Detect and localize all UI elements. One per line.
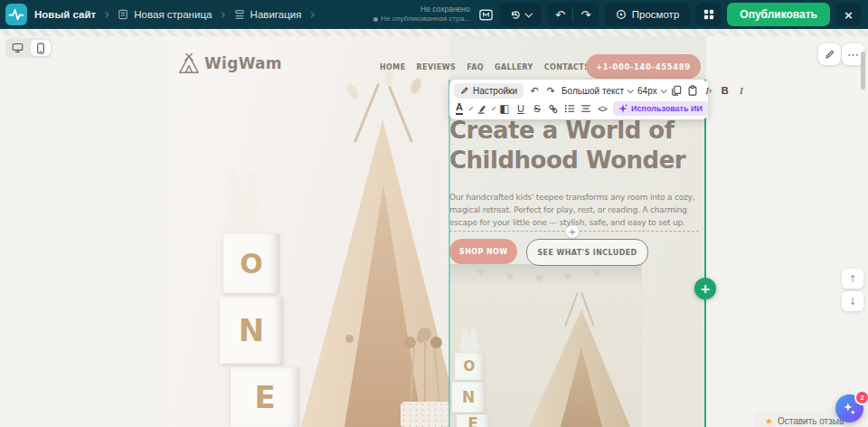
paste-button[interactable] [687, 85, 698, 96]
add-block-button[interactable]: + [694, 278, 716, 299]
desktop-view-button[interactable] [7, 40, 27, 56]
font-size-dropdown[interactable]: 64px [637, 86, 665, 96]
breadcrumb-navigation-label: Навигация [250, 9, 302, 20]
redo-button[interactable]: ↷ [573, 3, 599, 26]
strikethrough-button[interactable]: S [532, 103, 542, 114]
clipboard-icon [687, 85, 698, 96]
hero-heading[interactable]: Create a World of Childhood Wonder [449, 116, 706, 176]
close-button[interactable]: × [836, 3, 861, 26]
code-button[interactable]: <> [597, 104, 608, 114]
whats-included-button[interactable]: SEE WHAT'S INCLUDED [526, 239, 647, 266]
link-button[interactable] [548, 103, 559, 115]
shop-now-button[interactable]: SHOP NOW [449, 239, 517, 264]
nav-link-gallery[interactable]: GALLERY [495, 63, 533, 71]
settings-button[interactable]: Настройки [454, 83, 524, 99]
feedback-label: Оставить отзыв [778, 416, 844, 426]
chevron-down-icon [660, 87, 666, 93]
list-icon [564, 103, 575, 114]
teepee-logo-icon [178, 52, 200, 74]
text-color-icon: A [456, 102, 463, 115]
stack-icon [234, 9, 245, 20]
apps-grid-icon [703, 9, 714, 20]
nav-link-faq[interactable]: FAQ [467, 63, 484, 71]
align-button[interactable] [580, 103, 591, 114]
block-boundary-line [704, 80, 706, 427]
save-status-text: Не сохранено [373, 5, 469, 14]
breadcrumb-site[interactable]: Новый сайт [34, 9, 96, 20]
save-status: Не сохранено Не опубликованная стра... [373, 5, 469, 24]
copy-icon [671, 85, 682, 96]
nav-link-reviews[interactable]: REVIEWS [417, 63, 457, 71]
redo-button[interactable]: ↷ [545, 85, 556, 97]
page-icon [118, 9, 128, 20]
bold-button[interactable]: B [720, 85, 731, 96]
chevron-down-icon [627, 87, 634, 93]
chevron-down-icon [525, 10, 533, 17]
breadcrumb-navigation[interactable]: Навигация [234, 9, 302, 20]
letter-cube-small: O [455, 353, 484, 380]
block-edit-button[interactable] [818, 43, 841, 65]
undo-button[interactable]: ↶ [529, 85, 540, 97]
bullet-list-button[interactable] [564, 103, 575, 114]
use-ai-button[interactable]: Использовать ИИ [613, 101, 708, 116]
site-logo[interactable]: WigWam [178, 52, 282, 74]
eye-icon [616, 9, 627, 20]
underline-button[interactable]: U [515, 103, 526, 114]
undo-redo-group: ↶ ↷ [548, 3, 599, 26]
phone-button[interactable]: +1-000-140-455489 [586, 54, 701, 79]
apps-button[interactable] [696, 3, 721, 26]
link-icon [548, 103, 559, 115]
chevron-down-icon[interactable] [492, 106, 495, 109]
pencil-icon [460, 86, 469, 95]
breadcrumb-separator: › [309, 6, 315, 23]
mobile-view-button[interactable] [31, 40, 51, 56]
hero-inner-image[interactable]: O N E [449, 264, 642, 427]
star-icon: ★ [765, 416, 773, 426]
add-element-button[interactable]: + [566, 225, 579, 238]
topbar: Новый сайт › Новая страница › Навигация … [0, 0, 868, 29]
pencil-icon [825, 49, 835, 60]
breadcrumb-page[interactable]: Новая страница [118, 9, 212, 20]
smartphone-icon [36, 43, 45, 54]
italic-button[interactable]: I [736, 85, 747, 96]
clear-format-button[interactable]: Ix [703, 85, 714, 96]
highlight-button[interactable] [476, 103, 487, 114]
text-editor-toolbar: Настройки ↶ ↷ Большой текст 64px Ix B I … [449, 80, 708, 119]
letter-cube: O [223, 233, 279, 293]
letter-cube: N [220, 297, 283, 364]
magic-cursor-icon [843, 402, 856, 415]
builder-logo-icon[interactable] [5, 4, 27, 25]
monitor-icon [12, 43, 24, 53]
publish-status-text: Не опубликованная стра... [381, 14, 469, 23]
history-button[interactable] [500, 3, 542, 26]
nav-link-home[interactable]: HOME [380, 63, 406, 71]
scrollbar-thumb[interactable] [861, 52, 865, 90]
canvas-top-stripes [0, 29, 868, 36]
fill-button[interactable]: ◧ [499, 102, 510, 115]
publish-button[interactable]: Опубликовать [727, 3, 830, 26]
move-down-button[interactable]: ↓ [842, 291, 863, 311]
device-switcher [5, 38, 52, 58]
align-center-icon [580, 103, 591, 114]
letter-cube-small: N [452, 382, 485, 413]
brand-name: WigWam [204, 54, 282, 72]
letter-cube-small: E [457, 414, 489, 427]
preview-button[interactable]: Просмотр [605, 3, 691, 26]
hotkeys-icon[interactable] [478, 7, 494, 23]
notification-badge: 2 [854, 390, 868, 405]
highlighter-icon [476, 103, 487, 114]
move-up-button[interactable]: ↑ [842, 269, 863, 289]
text-style-dropdown[interactable]: Большой текст [561, 86, 632, 96]
chevron-down-icon[interactable] [469, 106, 473, 109]
undo-button[interactable]: ↶ [548, 3, 573, 26]
selection-border-left [448, 80, 450, 427]
ai-sparkle-icon [618, 104, 627, 113]
breadcrumb-page-label: Новая страница [134, 9, 212, 20]
breadcrumb-separator: › [104, 6, 109, 23]
nav-link-contacts[interactable]: CONTACTS [544, 63, 590, 71]
site-nav: HOME REVIEWS FAQ GALLERY CONTACTS [380, 63, 590, 71]
status-dot [373, 17, 378, 22]
copy-button[interactable] [671, 85, 682, 96]
hero-paragraph[interactable]: Our handcrafted kids' teepee transforms … [449, 192, 695, 230]
text-color-button[interactable]: A [454, 102, 465, 115]
